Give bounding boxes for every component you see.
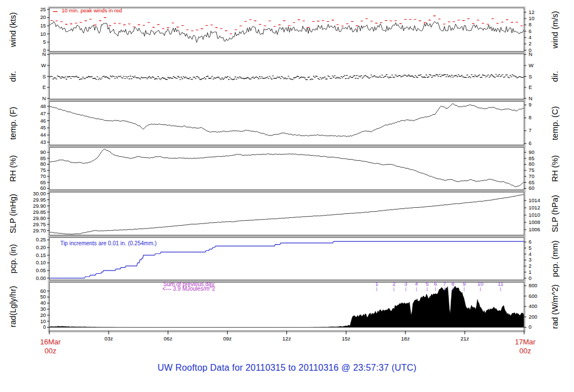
- axis-label-right-temp: temp. (C): [550, 106, 559, 140]
- y-tick-label-left: 70: [40, 174, 46, 179]
- y-tick-label-right: 8: [529, 115, 531, 120]
- axis-label-left-wind: wind (kts): [8, 12, 17, 48]
- rad-hour-marker: 1: [375, 281, 378, 287]
- axis-label-right-rh: RH (%): [550, 155, 559, 182]
- y-tick-label-right: 800: [529, 283, 538, 288]
- y-tick-label-left: 25: [40, 7, 46, 12]
- y-tick-label-right: 8: [529, 22, 531, 27]
- panel-border: [49, 147, 524, 190]
- y-tick-label-right: 200: [529, 314, 538, 320]
- y-tick-label-left: 50: [40, 294, 46, 300]
- annotation-text: 10 min. peak winds in red: [62, 7, 122, 13]
- y-tick-label-left: 46: [40, 118, 46, 124]
- y-tick-label-left: 0.05: [36, 268, 46, 273]
- y-tick-label-left: 30.00: [33, 191, 46, 197]
- axis-label-left-slp: SLP (inHg): [8, 194, 17, 234]
- y-tick-label-right: 1008: [529, 220, 540, 225]
- y-tick-label-left: 0: [43, 324, 46, 330]
- y-tick-label-left: 20: [40, 15, 46, 20]
- y-tick-label-right: 6: [529, 239, 531, 245]
- y-tick-label-left: 10: [40, 31, 46, 37]
- y-tick-label-right: 70: [529, 174, 534, 179]
- panel-dir: NWSENNWSENdir.dir.: [8, 52, 559, 101]
- y-tick-label-left: 29.75: [33, 222, 46, 227]
- y-tick-label-left: W: [41, 63, 46, 68]
- y-tick-label-left: 10: [40, 319, 46, 324]
- annotation-text: Tip increments are 0.01 in. (0.254mm.): [60, 240, 156, 246]
- y-tick-label-right: 0: [529, 276, 531, 281]
- y-tick-label-left: 0.15: [36, 253, 46, 258]
- y-tick-label-left: 43: [40, 139, 46, 145]
- rad-hour-marker: 8: [451, 281, 454, 287]
- meteogram-frame: 0510152025024681012wind (kts)wind (m/s)1…: [0, 0, 574, 392]
- rad-hour-marker: 10: [478, 281, 484, 287]
- y-tick-label-right: 10: [529, 16, 534, 21]
- y-tick-label-right: 1012: [529, 205, 540, 211]
- y-tick-label-left: 5: [43, 39, 46, 45]
- y-tick-label-right: 5: [529, 245, 531, 251]
- panel-pcp: 0.000.050.100.150.200.250123456pcp. (in)…: [8, 236, 559, 281]
- axis-label-left-rh: RH (%): [8, 155, 17, 182]
- y-tick-label-left: N: [42, 52, 46, 57]
- y-tick-label-left: 0.00: [36, 276, 46, 281]
- rad-hour-marker: 5: [425, 281, 428, 287]
- y-tick-label-left: 30: [40, 306, 46, 312]
- rad-hour-marker: 9: [462, 281, 465, 287]
- y-tick-label-right: 9: [529, 102, 531, 108]
- y-tick-label-right: 1006: [529, 227, 540, 232]
- y-tick-label-left: 44: [40, 132, 46, 138]
- y-tick-label-right: 1: [529, 269, 531, 275]
- y-tick-label-left: 29.70: [33, 228, 46, 234]
- y-tick-label-right: 2: [529, 263, 531, 269]
- y-tick-label-right: 80: [529, 161, 534, 167]
- y-tick-label-right: S: [529, 74, 532, 80]
- panel-border: [49, 192, 524, 235]
- x-axis-tick-label: 12z: [283, 335, 291, 342]
- y-tick-label-right: 600: [529, 293, 538, 299]
- chart-title: UW Rooftop Data for 20110315 to 20110316…: [0, 363, 574, 373]
- y-tick-label-right: 65: [529, 180, 534, 185]
- y-tick-label-left: E: [43, 85, 46, 90]
- panel-rh: 6065707580859060657075808590RH (%)RH (%): [8, 146, 559, 191]
- y-tick-label-right: W: [529, 63, 534, 68]
- x-axis-tick-label: 18z: [401, 335, 410, 342]
- date-label-start: 16Mar: [40, 338, 62, 346]
- y-tick-label-left: 20: [40, 312, 46, 318]
- axis-label-right-wind: wind (m/s): [550, 11, 559, 49]
- x-axis-tick-label: 06z: [164, 335, 173, 342]
- panel-wind: 0510152025024681012wind (kts)wind (m/s)1…: [8, 7, 559, 53]
- y-tick-label-right: 1014: [529, 198, 540, 203]
- axis-label-left-dir: dir.: [8, 71, 17, 82]
- y-tick-label-right: 2: [529, 41, 531, 46]
- rad-hour-marker: 11: [498, 281, 503, 287]
- y-tick-label-left: 0.25: [36, 237, 46, 242]
- y-tick-label-left: 47: [40, 111, 46, 116]
- y-tick-label-right: 6: [529, 141, 531, 146]
- y-tick-label-left: 15: [40, 23, 46, 29]
- axis-label-left-pcp: pcp. (in): [8, 244, 17, 273]
- y-tick-label-left: 48: [40, 104, 46, 109]
- y-tick-label-right: 60: [529, 185, 534, 191]
- panel-rad: 01020304050600200400600800rad(Lgly/hr)ra…: [8, 281, 559, 332]
- axis-label-left-rad: rad(Lgly/hr): [8, 286, 17, 327]
- date-label-start: 00z: [45, 347, 57, 355]
- y-tick-label-left: 0.20: [36, 245, 46, 250]
- y-tick-label-left: N: [42, 96, 46, 101]
- y-tick-label-right: E: [529, 85, 532, 90]
- y-tick-label-right: 12: [529, 10, 534, 15]
- date-label-end: 17Mar: [515, 338, 536, 346]
- annotation-text: <--- 3.9 MJoules/m^2: [163, 286, 215, 292]
- y-tick-label-left: 29.90: [33, 203, 46, 209]
- y-tick-label-right: 400: [529, 304, 538, 309]
- y-tick-label-left: S: [43, 74, 46, 80]
- x-axis-tick-label: 03z: [104, 335, 113, 342]
- y-tick-label-right: 85: [529, 156, 534, 161]
- y-tick-label-left: 80: [40, 161, 46, 167]
- y-tick-label-left: 45: [40, 125, 46, 130]
- axis-label-right-pcp: pcp. (mm): [550, 240, 559, 277]
- y-tick-label-left: 29.85: [33, 209, 46, 215]
- axis-label-right-slp: SLP (hPa): [550, 195, 559, 232]
- y-tick-label-right: 1010: [529, 212, 540, 218]
- rad-hour-marker: 3: [404, 281, 407, 287]
- x-axis-tick-label: 09z: [223, 335, 232, 342]
